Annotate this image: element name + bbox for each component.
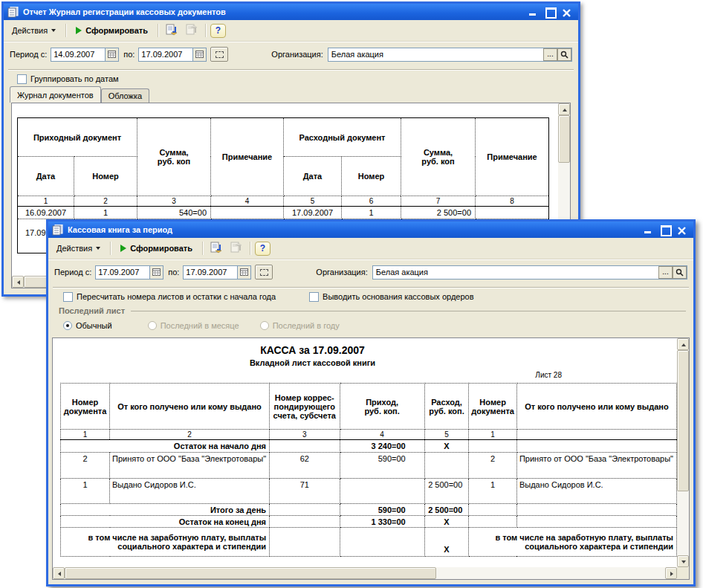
help-button[interactable]: ? [255, 242, 270, 256]
show-basis-checkbox[interactable] [309, 292, 319, 302]
tab-journal-documents[interactable]: Журнал документов [10, 86, 101, 103]
period-to-label: по: [123, 50, 135, 59]
period-to-input[interactable] [139, 48, 192, 61]
maximize-button[interactable] [660, 225, 670, 234]
radio-normal[interactable]: Обычный [63, 321, 112, 330]
choose-period-button[interactable] [210, 47, 228, 62]
calendar-icon [108, 51, 116, 58]
period-to-field[interactable] [138, 48, 207, 62]
separator-line [53, 287, 689, 288]
front-window-titlebar[interactable]: Кассовая книга за период [48, 222, 693, 238]
save-settings-button [227, 240, 245, 256]
minimize-button[interactable] [643, 225, 653, 234]
vertical-scrollbar[interactable] [677, 338, 689, 567]
help-button[interactable]: ? [210, 24, 226, 38]
front-toolbar: Действия Сформировать ? [48, 238, 693, 259]
recalc-sheets-checkbox[interactable] [63, 292, 73, 302]
opening-balance-value: 3 240=00 [340, 440, 424, 453]
radio-last-in-year: Последний в году [260, 321, 340, 330]
organization-label: Организация: [271, 50, 323, 59]
calendar-button[interactable] [105, 48, 118, 61]
organization-input[interactable] [373, 266, 658, 279]
actions-menu-button[interactable]: Действия [7, 22, 61, 39]
vertical-scroll-thumb[interactable] [558, 115, 570, 163]
header-rashod-group: Расходный документ [284, 118, 401, 157]
calendar-button[interactable] [192, 48, 206, 61]
toolbar-separator [202, 242, 203, 255]
restore-settings-icon [210, 242, 223, 255]
save-settings-button [183, 22, 201, 39]
back-toolbar: Действия Сформировать ? [4, 20, 578, 42]
actions-label: Действия [12, 26, 48, 35]
radio-icon [260, 321, 269, 330]
radio-last-in-month: Последний в месяце [148, 321, 239, 330]
header-counterparty: От кого получено или кому выдано [110, 384, 270, 430]
group-by-dates-checkbox[interactable] [17, 74, 27, 84]
period-from-input[interactable] [96, 266, 149, 279]
close-button[interactable] [562, 7, 572, 16]
org-select-button[interactable]: ... [543, 48, 557, 61]
horizontal-scrollbar[interactable] [53, 567, 677, 579]
restore-settings-button[interactable] [163, 22, 181, 39]
calendar-button[interactable] [149, 266, 163, 279]
period-from-field[interactable] [51, 48, 119, 62]
calendar-icon [195, 51, 204, 58]
scroll-left-button[interactable] [53, 567, 65, 579]
header-prihod: Приход, руб. коп. [340, 384, 424, 430]
header-prihod-group: Приходный документ [18, 118, 137, 157]
period-from-label: Период с: [54, 268, 91, 277]
restore-settings-icon [165, 24, 178, 37]
x-marker: X [424, 528, 469, 557]
play-icon [120, 245, 126, 252]
organization-input[interactable] [328, 48, 543, 61]
generate-button[interactable]: Сформировать [115, 240, 198, 256]
horizontal-scroll-thumb[interactable] [65, 567, 436, 579]
scroll-left-button[interactable] [12, 276, 24, 288]
opening-balance-row: Остаток на начало дня 3 240=00 X [61, 440, 677, 453]
daily-total-row: Итого за день 590=00 2 500=00 [61, 504, 677, 516]
org-open-button[interactable] [673, 266, 687, 279]
actions-menu-button[interactable]: Действия [51, 240, 106, 256]
restore-settings-button[interactable] [207, 240, 225, 256]
toolbar-separator [65, 24, 66, 37]
table-row: 16.09.2007 1 540=00 17.09.2007 1 2 500=0… [18, 207, 549, 219]
vertical-scroll-thumb[interactable] [677, 350, 689, 491]
scroll-right-button[interactable] [665, 567, 677, 579]
organization-field[interactable]: ... [372, 265, 687, 280]
cash-book-grid-area[interactable]: КАССА за 17.09.2007 Вкладной лист кассов… [52, 337, 690, 580]
scroll-down-button[interactable] [677, 555, 689, 567]
org-open-button[interactable] [557, 48, 571, 61]
period-to-field[interactable] [183, 265, 251, 280]
org-select-button[interactable]: ... [658, 266, 673, 279]
calendar-button[interactable] [237, 266, 250, 279]
dropdown-arrow-icon [51, 29, 56, 32]
header-primechanie: Примечание [476, 118, 549, 196]
cash-book-window: Кассовая книга за период Действия Сформи… [46, 219, 696, 587]
header-number: Номер [342, 157, 401, 196]
back-window-titlebar[interactable]: Отчет Журнал регистрации кассовых докуме… [4, 4, 578, 20]
cash-book-table: Номер документа От кого получено или ком… [60, 383, 677, 557]
tab-cover[interactable]: Обложка [101, 88, 149, 103]
organization-field[interactable]: ... [328, 48, 572, 62]
period-from-input[interactable] [51, 48, 105, 61]
report-document-icon [7, 7, 19, 18]
period-to-input[interactable] [184, 266, 237, 279]
options-row: Пересчитать номера листов и остатки с на… [63, 291, 474, 303]
calendar-icon [152, 268, 161, 276]
radio-last-month-label: Последний в месяце [161, 321, 239, 330]
minimize-button[interactable] [528, 7, 538, 16]
front-window-title: Кассовая книга за период [68, 225, 172, 234]
choose-period-button[interactable] [255, 265, 273, 280]
close-button[interactable] [677, 225, 687, 234]
toolbar-separator [250, 242, 250, 255]
generate-button[interactable]: Сформировать [71, 22, 153, 39]
header-counterparty: От кого получено или кому выдано [516, 384, 676, 430]
maximize-button[interactable] [545, 7, 555, 16]
scroll-up-button[interactable] [677, 338, 689, 350]
period-from-field[interactable] [95, 265, 163, 280]
x-marker: X [424, 440, 469, 453]
radio-icon [148, 321, 157, 330]
magnifier-icon [560, 51, 568, 59]
report-document-icon [52, 224, 64, 236]
scroll-up-button[interactable] [558, 103, 570, 115]
